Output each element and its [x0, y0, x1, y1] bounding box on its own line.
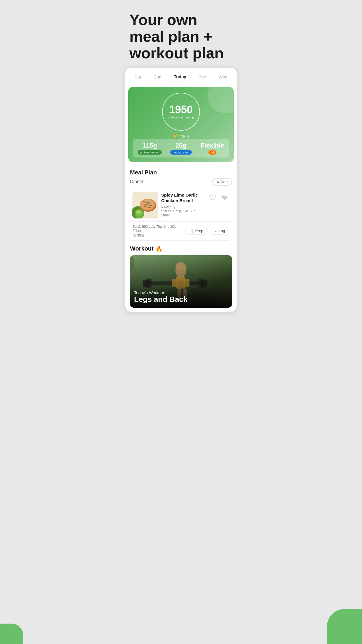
dislike-icon[interactable] — [219, 192, 230, 203]
food-illustration — [132, 192, 158, 218]
protein-value: 115g — [135, 142, 164, 149]
svg-point-14 — [149, 204, 150, 205]
clock-icon: ⏱ — [133, 233, 136, 237]
meal-macros: 550 cals 75p, 14c, 20f, 5fiber — [161, 209, 204, 217]
calories-label: calories remaining — [168, 116, 194, 119]
meal-actions — [207, 192, 230, 203]
workout-name: Legs and Back — [134, 295, 228, 304]
meal-plan-title: Meal Plan — [125, 165, 237, 177]
meal-header: Dinner X Skip — [125, 177, 237, 188]
calories-circle: 1950 calories remaining — [162, 93, 200, 131]
action-buttons: 🍴 Prep ✓ Log — [185, 227, 229, 235]
workout-image[interactable]: Today's Workout: Legs and Back — [130, 255, 232, 308]
tab-wed[interactable]: Wed — [216, 73, 231, 81]
fire-icon: 🔥 — [155, 245, 163, 252]
workout-section: Workout 🔥 — [125, 243, 237, 312]
meal-type: Dinner — [130, 179, 144, 184]
check-icon: ✓ — [214, 229, 217, 233]
protein-badge: protein needed — [138, 150, 162, 155]
meal-footer-left: Total: 550 cals 75p, 14c,20f, 5fiber ⏱ 3… — [133, 225, 185, 237]
tab-sun[interactable]: Sun — [151, 73, 164, 81]
meal-image — [132, 192, 158, 218]
carbs-badge: net carbs left — [170, 150, 191, 155]
day-tabs: Sat Sun Today Tue Wed — [125, 68, 237, 84]
utensils-icon: 🍴 — [189, 229, 194, 233]
log-button[interactable]: ✓ Log — [210, 227, 229, 235]
carbs-value: 25g — [166, 142, 195, 149]
hero-title: Your own meal plan + workout plan — [129, 12, 233, 62]
svg-point-11 — [145, 202, 147, 203]
fat-badge: fat — [208, 150, 216, 155]
meal-name: Spicy Lime Garlic Chicken Breast — [161, 192, 204, 204]
calories-goal: 🏆 1200 — [133, 134, 229, 139]
prep-button[interactable]: 🍴 Prep — [185, 227, 208, 235]
meal-card: Spicy Lime Garlic Chicken Breast 1 servi… — [129, 189, 233, 241]
hero-section: Your own meal plan + workout plan — [121, 0, 241, 68]
meal-serving: 1 serving — [161, 204, 204, 209]
macro-row: 115g protein needed 25g net carbs left F… — [133, 139, 229, 158]
workout-title: Workout 🔥 — [130, 245, 232, 252]
meal-info: Spicy Lime Garlic Chicken Breast 1 servi… — [161, 192, 204, 217]
carbs-macro: 25g net carbs left — [166, 142, 195, 155]
workout-overlay: Today's Workout: Legs and Back — [130, 286, 232, 308]
favorite-icon[interactable] — [207, 192, 218, 203]
meal-footer: Total: 550 cals 75p, 14c,20f, 5fiber ⏱ 3… — [129, 221, 233, 240]
meal-total: Total: 550 cals 75p, 14c,20f, 5fiber — [133, 225, 185, 233]
page-wrapper: Your own meal plan + workout plan Sat Su… — [121, 0, 241, 329]
protein-macro: 115g protein needed — [135, 142, 164, 155]
fat-macro: Flexible fat — [198, 142, 227, 155]
meal-time: ⏱ 30m — [133, 233, 185, 237]
svg-point-15 — [145, 205, 145, 206]
tab-tue[interactable]: Tue — [196, 73, 209, 81]
fat-value: Flexible — [198, 142, 227, 149]
svg-point-4 — [136, 210, 141, 214]
tab-today[interactable]: Today — [171, 72, 189, 81]
svg-point-13 — [147, 206, 148, 207]
meal-item: Spicy Lime Garlic Chicken Breast 1 servi… — [129, 189, 233, 221]
calories-banner: 1950 calories remaining 🏆 1200 115g prot… — [128, 87, 234, 162]
tab-sat[interactable]: Sat — [131, 73, 144, 81]
calories-remaining: 1950 — [169, 104, 193, 115]
workout-subtitle: Today's Workout: — [134, 290, 228, 295]
main-card: Sat Sun Today Tue Wed 1950 calories rema… — [125, 68, 237, 312]
svg-point-12 — [148, 203, 149, 204]
skip-button[interactable]: X Skip — [212, 178, 232, 186]
trophy-icon: 🏆 — [173, 134, 178, 139]
